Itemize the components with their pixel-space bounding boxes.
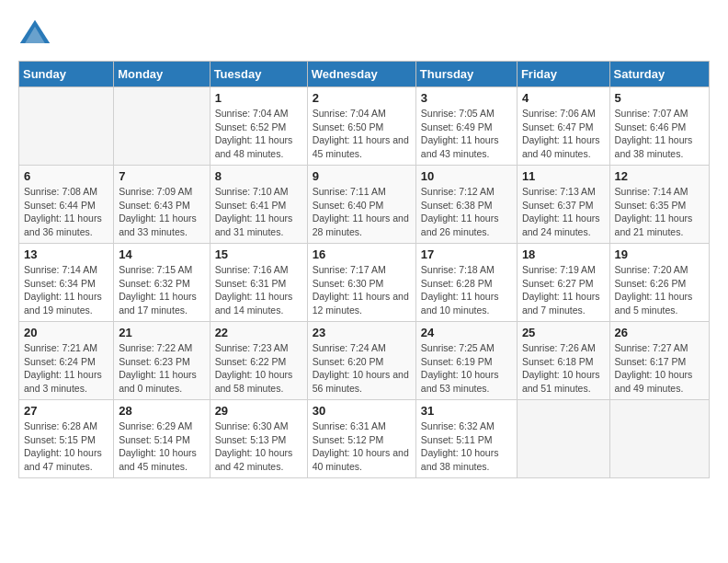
day-info: Sunrise: 6:28 AM Sunset: 5:15 PM Dayligh… <box>24 419 108 474</box>
day-info: Sunrise: 7:21 AM Sunset: 6:24 PM Dayligh… <box>24 341 108 396</box>
day-number: 2 <box>313 91 411 105</box>
day-cell: 1Sunrise: 7:04 AM Sunset: 6:52 PM Daylig… <box>210 87 307 166</box>
day-number: 8 <box>215 169 302 183</box>
day-number: 30 <box>313 404 411 418</box>
day-number: 16 <box>313 247 411 261</box>
day-cell: 27Sunrise: 6:28 AM Sunset: 5:15 PM Dayli… <box>19 400 114 478</box>
day-number: 5 <box>615 91 704 105</box>
day-info: Sunrise: 7:24 AM Sunset: 6:20 PM Dayligh… <box>313 341 411 396</box>
column-header-friday: Friday <box>517 62 609 87</box>
calendar-table: SundayMondayTuesdayWednesdayThursdayFrid… <box>18 61 710 478</box>
day-cell: 22Sunrise: 7:23 AM Sunset: 6:22 PM Dayli… <box>210 322 307 400</box>
day-number: 17 <box>421 247 512 261</box>
day-cell: 26Sunrise: 7:27 AM Sunset: 6:17 PM Dayli… <box>609 322 709 400</box>
day-cell <box>517 400 609 478</box>
day-info: Sunrise: 7:14 AM Sunset: 6:35 PM Dayligh… <box>615 185 704 239</box>
week-row: 13Sunrise: 7:14 AM Sunset: 6:34 PM Dayli… <box>19 244 710 322</box>
day-number: 23 <box>313 326 411 339</box>
day-number: 27 <box>24 404 108 418</box>
day-info: Sunrise: 7:26 AM Sunset: 6:18 PM Dayligh… <box>522 341 605 396</box>
day-cell: 10Sunrise: 7:12 AM Sunset: 6:38 PM Dayli… <box>415 166 517 244</box>
day-number: 26 <box>615 326 704 339</box>
day-info: Sunrise: 7:11 AM Sunset: 6:40 PM Dayligh… <box>313 185 411 239</box>
day-cell: 16Sunrise: 7:17 AM Sunset: 6:30 PM Dayli… <box>307 244 415 322</box>
day-number: 9 <box>313 169 411 183</box>
day-cell: 9Sunrise: 7:11 AM Sunset: 6:40 PM Daylig… <box>307 166 415 244</box>
day-info: Sunrise: 7:06 AM Sunset: 6:47 PM Dayligh… <box>522 107 605 161</box>
day-info: Sunrise: 7:07 AM Sunset: 6:46 PM Dayligh… <box>615 107 704 161</box>
week-row: 20Sunrise: 7:21 AM Sunset: 6:24 PM Dayli… <box>19 322 710 400</box>
day-number: 25 <box>522 326 605 339</box>
day-number: 24 <box>421 326 512 339</box>
day-cell <box>609 400 709 478</box>
day-info: Sunrise: 7:19 AM Sunset: 6:27 PM Dayligh… <box>522 263 605 317</box>
day-info: Sunrise: 7:13 AM Sunset: 6:37 PM Dayligh… <box>522 185 605 239</box>
day-number: 6 <box>24 169 108 183</box>
day-info: Sunrise: 7:16 AM Sunset: 6:31 PM Dayligh… <box>215 263 302 317</box>
day-number: 13 <box>24 247 108 261</box>
day-cell: 11Sunrise: 7:13 AM Sunset: 6:37 PM Dayli… <box>517 166 609 244</box>
day-info: Sunrise: 6:31 AM Sunset: 5:12 PM Dayligh… <box>313 419 411 474</box>
day-info: Sunrise: 6:29 AM Sunset: 5:14 PM Dayligh… <box>119 419 204 474</box>
day-info: Sunrise: 7:04 AM Sunset: 6:52 PM Dayligh… <box>215 107 302 161</box>
day-number: 14 <box>119 247 204 261</box>
day-info: Sunrise: 7:18 AM Sunset: 6:28 PM Dayligh… <box>421 263 512 317</box>
day-cell: 19Sunrise: 7:20 AM Sunset: 6:26 PM Dayli… <box>609 244 709 322</box>
logo <box>18 18 55 52</box>
day-info: Sunrise: 7:17 AM Sunset: 6:30 PM Dayligh… <box>313 263 411 317</box>
day-info: Sunrise: 7:04 AM Sunset: 6:50 PM Dayligh… <box>313 107 411 161</box>
day-info: Sunrise: 7:14 AM Sunset: 6:34 PM Dayligh… <box>24 263 108 317</box>
column-header-thursday: Thursday <box>415 62 517 87</box>
day-cell: 29Sunrise: 6:30 AM Sunset: 5:13 PM Dayli… <box>210 400 307 478</box>
column-header-sunday: Sunday <box>19 62 114 87</box>
column-header-tuesday: Tuesday <box>210 62 307 87</box>
day-cell: 24Sunrise: 7:25 AM Sunset: 6:19 PM Dayli… <box>415 322 517 400</box>
week-row: 6Sunrise: 7:08 AM Sunset: 6:44 PM Daylig… <box>19 166 710 244</box>
day-info: Sunrise: 7:12 AM Sunset: 6:38 PM Dayligh… <box>421 185 512 239</box>
day-cell: 25Sunrise: 7:26 AM Sunset: 6:18 PM Dayli… <box>517 322 609 400</box>
day-number: 22 <box>215 326 302 339</box>
day-cell: 18Sunrise: 7:19 AM Sunset: 6:27 PM Dayli… <box>517 244 609 322</box>
week-row: 1Sunrise: 7:04 AM Sunset: 6:52 PM Daylig… <box>19 87 710 166</box>
day-cell: 2Sunrise: 7:04 AM Sunset: 6:50 PM Daylig… <box>307 87 415 166</box>
day-cell: 31Sunrise: 6:32 AM Sunset: 5:11 PM Dayli… <box>415 400 517 478</box>
day-number: 1 <box>215 91 302 105</box>
day-number: 20 <box>24 326 108 339</box>
day-cell: 21Sunrise: 7:22 AM Sunset: 6:23 PM Dayli… <box>114 322 210 400</box>
day-number: 12 <box>615 169 704 183</box>
page-header <box>18 18 710 52</box>
day-cell: 14Sunrise: 7:15 AM Sunset: 6:32 PM Dayli… <box>114 244 210 322</box>
day-number: 31 <box>421 404 512 418</box>
day-info: Sunrise: 7:09 AM Sunset: 6:43 PM Dayligh… <box>119 185 204 239</box>
day-number: 21 <box>119 326 204 339</box>
day-cell: 20Sunrise: 7:21 AM Sunset: 6:24 PM Dayli… <box>19 322 114 400</box>
day-cell: 13Sunrise: 7:14 AM Sunset: 6:34 PM Dayli… <box>19 244 114 322</box>
day-cell: 30Sunrise: 6:31 AM Sunset: 5:12 PM Dayli… <box>307 400 415 478</box>
day-number: 15 <box>215 247 302 261</box>
day-number: 3 <box>421 91 512 105</box>
day-cell: 28Sunrise: 6:29 AM Sunset: 5:14 PM Dayli… <box>114 400 210 478</box>
column-header-saturday: Saturday <box>609 62 709 87</box>
day-cell <box>19 87 114 166</box>
column-header-wednesday: Wednesday <box>307 62 415 87</box>
header-row: SundayMondayTuesdayWednesdayThursdayFrid… <box>19 62 710 87</box>
day-cell: 4Sunrise: 7:06 AM Sunset: 6:47 PM Daylig… <box>517 87 609 166</box>
day-number: 10 <box>421 169 512 183</box>
day-info: Sunrise: 7:15 AM Sunset: 6:32 PM Dayligh… <box>119 263 204 317</box>
day-cell: 23Sunrise: 7:24 AM Sunset: 6:20 PM Dayli… <box>307 322 415 400</box>
day-cell: 3Sunrise: 7:05 AM Sunset: 6:49 PM Daylig… <box>415 87 517 166</box>
week-row: 27Sunrise: 6:28 AM Sunset: 5:15 PM Dayli… <box>19 400 710 478</box>
day-cell: 8Sunrise: 7:10 AM Sunset: 6:41 PM Daylig… <box>210 166 307 244</box>
day-info: Sunrise: 6:30 AM Sunset: 5:13 PM Dayligh… <box>215 419 302 474</box>
day-cell: 15Sunrise: 7:16 AM Sunset: 6:31 PM Dayli… <box>210 244 307 322</box>
day-info: Sunrise: 7:08 AM Sunset: 6:44 PM Dayligh… <box>24 185 108 239</box>
day-number: 28 <box>119 404 204 418</box>
column-header-monday: Monday <box>114 62 210 87</box>
day-info: Sunrise: 7:22 AM Sunset: 6:23 PM Dayligh… <box>119 341 204 396</box>
day-cell: 17Sunrise: 7:18 AM Sunset: 6:28 PM Dayli… <box>415 244 517 322</box>
day-info: Sunrise: 7:05 AM Sunset: 6:49 PM Dayligh… <box>421 107 512 161</box>
day-info: Sunrise: 7:10 AM Sunset: 6:41 PM Dayligh… <box>215 185 302 239</box>
day-info: Sunrise: 6:32 AM Sunset: 5:11 PM Dayligh… <box>421 419 512 474</box>
day-cell: 12Sunrise: 7:14 AM Sunset: 6:35 PM Dayli… <box>609 166 709 244</box>
day-cell: 5Sunrise: 7:07 AM Sunset: 6:46 PM Daylig… <box>609 87 709 166</box>
